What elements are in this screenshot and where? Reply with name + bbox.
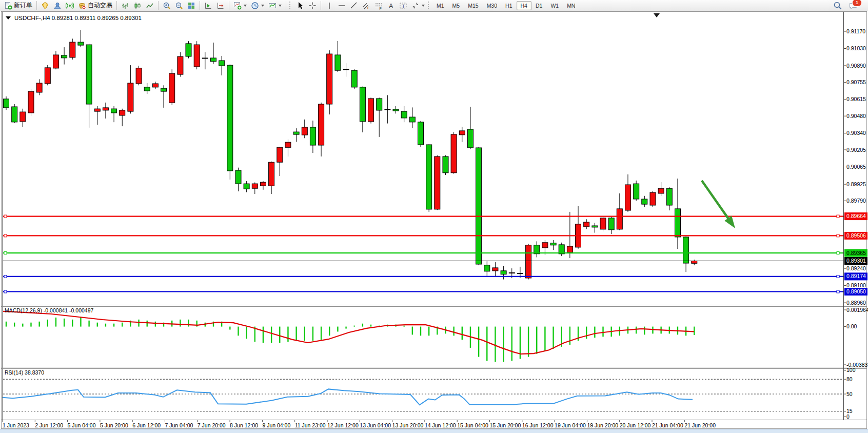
periods-button[interactable] [249, 1, 266, 11]
candle [227, 65, 233, 171]
price-tick-label: 0.89100 [846, 282, 866, 288]
toolbar-drag-handle[interactable] [289, 2, 292, 9]
arrows-icon [411, 2, 420, 10]
svg-text:T: T [402, 3, 405, 8]
horizontal-line-button[interactable] [336, 1, 348, 11]
rsi-axis-label: 50 [846, 391, 853, 397]
timeframe-h4-button[interactable]: H4 [517, 1, 531, 10]
candle [443, 156, 448, 173]
line-handle[interactable] [837, 215, 839, 218]
text-button[interactable]: A [385, 1, 397, 11]
line-handle[interactable] [4, 252, 7, 254]
autotrading-label: 自动交易 [88, 1, 112, 10]
candle [169, 73, 175, 103]
community-button[interactable] [51, 1, 64, 11]
line-handle[interactable] [837, 234, 839, 237]
time-tick-label: 15 Jun 20:00 [490, 422, 521, 428]
bar-chart-icon [121, 2, 129, 10]
line-handle[interactable] [4, 234, 7, 237]
arrow-objects-button[interactable] [409, 1, 427, 11]
candle [584, 222, 589, 227]
candle [20, 112, 26, 122]
candle [293, 132, 299, 134]
candle [128, 83, 133, 111]
price-marker-0.89365: 0.89365 [844, 249, 867, 257]
candle [600, 218, 606, 229]
price-tick-label: 0.90340 [846, 130, 866, 136]
symbol-header[interactable]: USDCHF-,H4 0.89281 0.89311 0.89265 0.893… [6, 15, 142, 21]
timeframe-m15-button[interactable]: M15 [464, 1, 482, 10]
timeframe-m30-button[interactable]: M30 [483, 1, 501, 10]
trendline-button[interactable] [348, 1, 360, 11]
crosshair-button[interactable] [306, 1, 319, 11]
indicators-icon [268, 2, 277, 10]
chevron-down-icon[interactable] [244, 5, 247, 7]
candle [409, 117, 415, 122]
toolbar: 新订单自动交易EFATM1M5M15M30H1H4D1W1MN1 [0, 0, 868, 11]
svg-text:F: F [380, 6, 382, 10]
new-order-label: 新订单 [14, 1, 32, 10]
vertical-line-icon [325, 2, 333, 10]
candle [451, 134, 457, 173]
candle [327, 54, 332, 104]
search-icon[interactable] [833, 1, 842, 10]
timeframe-h1-button[interactable]: H1 [501, 1, 516, 10]
price-tick-label: 0.91170 [846, 28, 865, 34]
chart-canvas[interactable]: MACD(12,26,9) -0.000841 -0.000497RSI(14)… [0, 11, 868, 433]
timeframe-mn-button[interactable]: MN [563, 1, 579, 10]
toolbar-separator [321, 1, 321, 10]
svg-text:0.89174: 0.89174 [846, 273, 866, 279]
line-handle[interactable] [837, 290, 839, 293]
candle [310, 127, 315, 145]
metaeditor-button[interactable] [39, 1, 51, 11]
candle [103, 108, 108, 110]
zoom-out-button[interactable] [173, 1, 185, 11]
chart-shift-button[interactable] [214, 1, 227, 11]
bar-chart-button[interactable] [119, 1, 131, 11]
toolbar-drag-handle[interactable] [428, 2, 430, 9]
candle [393, 109, 399, 111]
candle [492, 268, 498, 271]
line-handle[interactable] [837, 252, 839, 254]
cursor-button[interactable] [294, 1, 306, 11]
line-handle[interactable] [4, 275, 7, 278]
candle [186, 44, 191, 56]
autotrading-button[interactable]: 自动交易 [76, 0, 114, 11]
timeframe-m1-button[interactable]: M1 [432, 1, 448, 10]
line-handle[interactable] [4, 215, 7, 218]
candle [343, 69, 349, 70]
candle [277, 147, 283, 162]
toolbar-group [202, 0, 227, 11]
candle [459, 131, 465, 135]
chevron-down-icon[interactable] [261, 5, 264, 7]
timeframe-m5-button[interactable]: M5 [448, 1, 464, 10]
vertical-line-button[interactable] [323, 1, 336, 11]
chat-button[interactable]: 1 [849, 1, 858, 10]
fibonacci-button[interactable]: F [372, 1, 385, 11]
tile-windows-button[interactable] [185, 1, 198, 11]
line-handle[interactable] [4, 290, 7, 293]
new-chart-button[interactable] [231, 1, 249, 11]
line-handle[interactable] [837, 275, 839, 278]
candle [144, 87, 150, 91]
line-chart-button[interactable] [144, 1, 156, 11]
candle [692, 261, 697, 264]
text-label-button[interactable]: T [397, 1, 409, 11]
candlestick-chart-button[interactable] [131, 1, 144, 11]
timeframe-w1-button[interactable]: W1 [546, 1, 563, 10]
svg-text:0.89050: 0.89050 [846, 288, 866, 294]
candle [517, 273, 523, 274]
candle [70, 42, 75, 57]
candle [152, 84, 158, 87]
new-order-button[interactable]: 新订单 [2, 0, 34, 11]
signals-button[interactable] [64, 1, 76, 11]
candle [666, 188, 672, 205]
chevron-down-icon[interactable] [279, 5, 282, 7]
equidistant-channel-button[interactable]: E [360, 1, 372, 11]
chevron-down-icon[interactable] [422, 5, 425, 7]
indicators-button[interactable] [266, 1, 284, 11]
auto-scroll-button[interactable] [202, 1, 214, 11]
timeframe-d1-button[interactable]: D1 [531, 1, 546, 10]
zoom-in-button[interactable] [161, 1, 173, 11]
text-icon: A [387, 2, 395, 10]
